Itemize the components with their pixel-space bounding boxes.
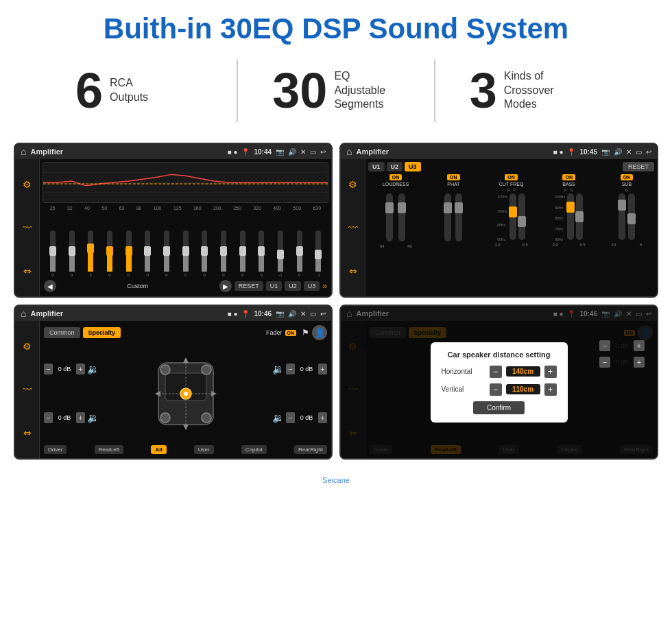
eq-slider-200[interactable]: 0 (215, 230, 232, 277)
rearleft-btn[interactable]: RearLeft (95, 445, 124, 454)
db-fr-minus[interactable]: − (286, 364, 295, 375)
sidebar-wave-icon[interactable]: 〰 (23, 222, 32, 233)
eq-next-btn[interactable]: ▶ (219, 280, 232, 292)
eq-slider-50[interactable]: 0 (101, 230, 119, 277)
eq-thumb-100[interactable] (163, 246, 170, 256)
bass-slider-g[interactable] (576, 193, 583, 240)
fader-sidebar-eq-icon[interactable]: ⚙ (23, 341, 32, 352)
user-btn[interactable]: User (194, 445, 214, 454)
confirm-btn[interactable]: Confirm (473, 401, 525, 414)
specialty-tab[interactable]: Specialty (83, 327, 121, 338)
eq-u2-btn[interactable]: U2 (285, 281, 301, 291)
bass-slider-f[interactable] (567, 193, 574, 240)
eq-reset-btn[interactable]: RESET (235, 281, 263, 291)
back-icon-2[interactable]: ↩ (646, 148, 651, 156)
driver-btn[interactable]: Driver (44, 445, 67, 454)
horizontal-minus[interactable]: − (490, 366, 502, 378)
all-btn[interactable]: All (151, 445, 166, 454)
sub-slider-2[interactable] (628, 193, 635, 240)
eq-prev-btn[interactable]: ◀ (44, 280, 56, 292)
eq-thumb-50[interactable] (106, 246, 113, 256)
eq-thumb-200[interactable] (220, 246, 227, 256)
eq-thumb-40[interactable] (87, 243, 94, 253)
back-icon-3[interactable]: ↩ (320, 310, 326, 318)
amp-reset-btn[interactable]: RESET (623, 162, 654, 171)
eq-thumb-80[interactable] (144, 246, 151, 256)
back-icon-1[interactable]: ↩ (320, 148, 326, 156)
close-icon-3[interactable]: ✕ (300, 310, 306, 318)
db-right-top-plus[interactable]: + (634, 340, 645, 351)
amp-sidebar-eq-icon[interactable]: ⚙ (348, 179, 357, 190)
eq-expand-icon[interactable]: » (322, 281, 327, 291)
eq-slider-80[interactable]: 0 (139, 230, 156, 277)
minimize-icon-2[interactable]: ▭ (636, 148, 642, 156)
sidebar-expand-icon[interactable]: ⇔ (23, 265, 32, 276)
eq-slider-320[interactable]: 0 (252, 230, 270, 277)
db-right-top-minus[interactable]: − (599, 340, 610, 351)
copilot-btn[interactable]: Copilot (241, 445, 267, 454)
eq-u1-btn[interactable]: U1 (266, 281, 283, 291)
db-rl-plus[interactable]: + (76, 412, 85, 423)
horizontal-plus[interactable]: + (544, 366, 557, 378)
eq-thumb-400[interactable] (277, 250, 284, 259)
eq-slider-160[interactable]: 0 (195, 230, 213, 277)
eq-slider-250[interactable]: 0 (234, 230, 252, 277)
eq-thumb-125[interactable] (182, 246, 189, 256)
eq-thumb-63[interactable] (125, 246, 132, 256)
eq-thumb-160[interactable] (201, 246, 208, 256)
channel-u2-btn[interactable]: U2 (387, 162, 403, 171)
fader-slider-icon[interactable]: ⚑ (302, 328, 309, 337)
cutfreq-slider-g[interactable] (509, 193, 516, 240)
eq-slider-125[interactable]: 0 (177, 230, 195, 277)
minimize-icon-3[interactable]: ▭ (310, 310, 316, 318)
db-rl-minus[interactable]: − (44, 412, 53, 423)
channel-u3-btn[interactable]: U3 (405, 162, 421, 171)
phat-slider-1[interactable] (444, 193, 451, 241)
loudness-slider-2[interactable] (398, 193, 405, 241)
vertical-minus[interactable]: − (490, 383, 502, 396)
phat-slider-2[interactable] (455, 193, 462, 241)
eq-thumb-630[interactable] (315, 250, 322, 259)
eq-slider-500[interactable]: 0 (291, 230, 309, 277)
eq-slider-630[interactable]: -1 (309, 230, 327, 277)
sidebar-eq-icon[interactable]: ⚙ (23, 179, 32, 190)
cutfreq-slider-f[interactable] (518, 193, 525, 240)
eq-thumb-500[interactable] (296, 246, 303, 256)
db-rr-plus[interactable]: + (318, 412, 327, 423)
db-fr-plus[interactable]: + (318, 364, 327, 375)
home-icon-2[interactable]: ⌂ (346, 146, 352, 157)
eq-slider-32[interactable]: 0 (63, 230, 81, 277)
vertical-plus[interactable]: + (544, 383, 557, 396)
amp-sidebar-expand-icon[interactable]: ⇔ (349, 265, 357, 276)
db-fl-plus[interactable]: + (76, 364, 85, 375)
db-fl-minus[interactable]: − (44, 364, 53, 375)
eq-thumb-320[interactable] (258, 246, 265, 256)
eq-slider-100[interactable]: 0 (158, 230, 176, 277)
rearright-btn[interactable]: RearRight (294, 445, 327, 454)
fader-sidebar-wave-icon[interactable]: 〰 (23, 384, 32, 395)
eq-slider-40[interactable]: 5 (82, 230, 99, 277)
home-icon-3[interactable]: ⌂ (21, 308, 26, 319)
home-icon-1[interactable]: ⌂ (21, 146, 26, 157)
close-icon-2[interactable]: ✕ (626, 148, 632, 156)
close-icon-1[interactable]: ✕ (300, 148, 306, 156)
amp-sidebar-wave-icon[interactable]: 〰 (348, 222, 358, 233)
sub-slider-1[interactable] (619, 193, 625, 240)
loudness-slider-1[interactable] (386, 193, 393, 241)
profile-icon-3[interactable]: 👤 (312, 325, 327, 340)
db-right-bot-plus[interactable]: + (634, 357, 645, 368)
common-tab[interactable]: Common (44, 327, 80, 338)
eq-thumb-32[interactable] (69, 246, 75, 256)
minimize-icon-1[interactable]: ▭ (310, 148, 316, 156)
eq-u3-btn[interactable]: U3 (304, 281, 320, 291)
eq-slider-25[interactable]: 0 (44, 230, 62, 277)
eq-slider-63[interactable]: 0 (120, 230, 138, 277)
eq-thumb-25[interactable] (49, 246, 56, 256)
eq-slider-400[interactable]: -1 (272, 230, 289, 277)
channel-u1-btn[interactable]: U1 (368, 162, 385, 171)
db-rr-minus[interactable]: − (286, 412, 295, 423)
eq-main: 253240506380100125160200250320400500630 … (40, 159, 331, 296)
eq-thumb-250[interactable] (239, 246, 246, 256)
fader-sidebar-expand-icon[interactable]: ⇔ (23, 427, 32, 438)
db-right-bot-minus[interactable]: − (599, 357, 610, 368)
